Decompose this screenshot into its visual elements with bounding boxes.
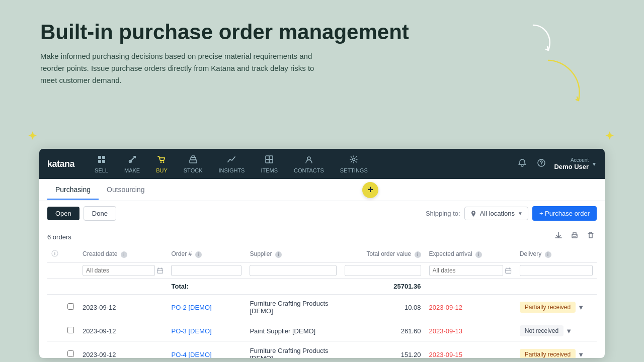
add-order-button[interactable]: + bbox=[362, 182, 378, 198]
account-menu[interactable]: Account Demo User ▼ bbox=[554, 157, 597, 170]
filter-order-cell bbox=[167, 263, 246, 279]
row-checkbox-input-1[interactable] bbox=[67, 327, 74, 333]
row-date-0: 2023-09-12 bbox=[78, 295, 167, 320]
row-delivery-1: Not received ▼ bbox=[516, 320, 597, 342]
notifications-button[interactable] bbox=[516, 156, 529, 172]
total-empty-4 bbox=[246, 279, 341, 295]
filter-info-cell bbox=[47, 263, 62, 279]
col-expected-arrival: Expected arrival i bbox=[425, 246, 516, 263]
table-row: 2023-09-12 PO-3 [DEMO] Paint Supplier [D… bbox=[47, 320, 597, 342]
row-checkbox-0[interactable] bbox=[62, 295, 78, 320]
download-button[interactable] bbox=[552, 229, 565, 243]
created-date-info-icon[interactable]: i bbox=[121, 251, 127, 258]
value-filter-input[interactable] bbox=[345, 265, 421, 276]
nav-item-buy[interactable]: BUY bbox=[148, 151, 176, 177]
nav-item-contacts[interactable]: CONTACTS bbox=[286, 151, 332, 177]
delivery-label: Delivery bbox=[520, 250, 541, 257]
row-checkbox-2[interactable] bbox=[62, 342, 78, 358]
row-arrival-0: 2023-09-12 bbox=[425, 295, 516, 320]
make-label: MAKE bbox=[124, 167, 140, 173]
delivery-dropdown-0[interactable]: ▼ bbox=[578, 304, 584, 311]
order-link-0[interactable]: PO-2 [DEMO] bbox=[171, 304, 211, 311]
all-locations-text: All locations bbox=[480, 210, 515, 217]
insights-label: INSIGHTS bbox=[218, 167, 245, 173]
order-link-2[interactable]: PO-4 [DEMO] bbox=[171, 351, 211, 358]
row-value-0: 10.08 bbox=[341, 295, 425, 320]
tabs-bar: Purchasing Outsourcing + bbox=[39, 179, 605, 201]
svg-point-14 bbox=[307, 157, 310, 160]
date-filter-input[interactable] bbox=[83, 265, 155, 276]
buy-icon bbox=[157, 155, 166, 166]
purchase-order-button[interactable]: + Purchase order bbox=[532, 206, 597, 221]
row-order-1: PO-3 [DEMO] bbox=[167, 320, 246, 342]
svg-rect-3 bbox=[102, 160, 105, 163]
navbar: katana SELL MAKE BUY bbox=[39, 149, 605, 179]
row-checkbox-1[interactable] bbox=[62, 320, 78, 342]
row-info-1 bbox=[47, 320, 62, 342]
row-checkbox-input-2[interactable] bbox=[67, 350, 74, 357]
make-icon bbox=[128, 155, 137, 166]
filter-checkbox-cell bbox=[62, 263, 78, 279]
expected-arrival-info-icon[interactable]: i bbox=[475, 251, 482, 258]
nav-item-stock[interactable]: STOCK bbox=[176, 151, 211, 177]
tab-purchasing[interactable]: Purchasing bbox=[47, 180, 99, 200]
nav-item-sell[interactable]: SELL bbox=[87, 151, 116, 177]
svg-rect-2 bbox=[98, 160, 101, 163]
row-order-0: PO-2 [DEMO] bbox=[167, 295, 246, 320]
svg-rect-20 bbox=[573, 236, 576, 237]
settings-label: SETTINGS bbox=[340, 167, 368, 173]
location-chevron-icon: ▼ bbox=[518, 211, 523, 216]
deco-star-left: ✦ bbox=[28, 130, 37, 143]
total-empty-2 bbox=[62, 279, 78, 295]
row-delivery-2: Partially received ▼ bbox=[516, 342, 597, 358]
delivery-dropdown-1[interactable]: ▼ bbox=[566, 327, 572, 335]
hero-section: Built-in purchase order management Make … bbox=[0, 0, 644, 146]
svg-point-21 bbox=[576, 235, 577, 236]
deco-arrow-bottom bbox=[528, 50, 594, 116]
total-value-info-icon[interactable]: i bbox=[415, 251, 421, 258]
row-checkbox-input-0[interactable] bbox=[67, 303, 74, 310]
orders-header-row: 6 orders bbox=[47, 226, 597, 246]
col-order-num: Order # i bbox=[167, 246, 246, 263]
tab-outsourcing[interactable]: Outsourcing bbox=[99, 180, 152, 200]
filter-arrival-cell bbox=[425, 263, 516, 279]
hero-subtitle: Make informed purchasing decisions based… bbox=[40, 50, 332, 86]
chevron-down-icon: ▼ bbox=[592, 161, 597, 167]
row-arrival-1: 2023-09-13 bbox=[425, 320, 516, 342]
total-empty-5 bbox=[425, 279, 516, 295]
row-arrival-2: 2023-09-15 bbox=[425, 342, 516, 358]
delivery-badge-1: Not received bbox=[520, 325, 564, 336]
supplier-info-icon[interactable]: i bbox=[275, 251, 282, 258]
delivery-info-icon[interactable]: i bbox=[545, 251, 551, 258]
shipping-label: Shipping to: bbox=[426, 210, 460, 217]
order-filter-input[interactable] bbox=[171, 265, 242, 276]
shipping-location-select[interactable]: All locations ▼ bbox=[464, 207, 528, 220]
delivery-filter-input[interactable] bbox=[520, 265, 593, 276]
total-value-cell: 25701.36 bbox=[341, 279, 425, 295]
deco-star-right: ✦ bbox=[605, 130, 614, 143]
row-info-0 bbox=[47, 295, 62, 320]
supplier-filter-input[interactable] bbox=[250, 265, 337, 276]
nav-right: Account Demo User ▼ bbox=[516, 156, 597, 172]
order-link-1[interactable]: PO-3 [DEMO] bbox=[171, 327, 211, 335]
account-label: Account bbox=[554, 157, 589, 163]
nav-item-settings[interactable]: SETTINGS bbox=[332, 151, 376, 177]
done-filter-button[interactable]: Done bbox=[84, 206, 116, 221]
nav-item-items[interactable]: ITEMS bbox=[253, 151, 286, 177]
delivery-dropdown-2[interactable]: ▼ bbox=[578, 351, 584, 358]
help-button[interactable] bbox=[535, 156, 548, 172]
col-total-value: Total order value i bbox=[341, 246, 425, 263]
buy-label: BUY bbox=[156, 167, 168, 173]
delete-button[interactable] bbox=[585, 229, 597, 243]
arrival-filter-input[interactable] bbox=[429, 265, 504, 276]
nav-item-make[interactable]: MAKE bbox=[116, 151, 148, 177]
table-row: 2023-09-12 PO-2 [DEMO] Furniture Craftin… bbox=[47, 295, 597, 320]
order-num-info-icon[interactable]: i bbox=[195, 251, 202, 258]
row-date-2: 2023-09-12 bbox=[78, 342, 167, 358]
col-checkbox bbox=[62, 246, 78, 263]
print-button[interactable] bbox=[569, 229, 581, 243]
row-order-2: PO-4 [DEMO] bbox=[167, 342, 246, 358]
open-filter-button[interactable]: Open bbox=[47, 207, 79, 220]
app-window: katana SELL MAKE BUY bbox=[39, 149, 605, 358]
nav-item-insights[interactable]: INSIGHTS bbox=[210, 151, 253, 177]
